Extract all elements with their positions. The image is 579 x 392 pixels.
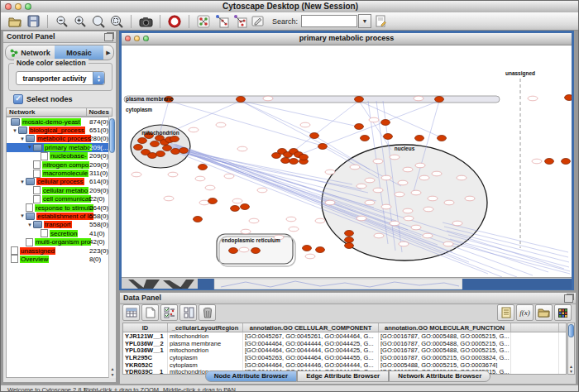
open-folder-icon[interactable] — [7, 13, 23, 29]
gene-node[interactable] — [325, 200, 335, 205]
gene-node[interactable] — [415, 163, 425, 168]
tab-edge-attribute-browser[interactable]: Edge Attribute Browser — [297, 370, 389, 382]
gene-node[interactable] — [403, 167, 413, 172]
gene-node[interactable] — [232, 198, 242, 203]
selected-gene-node[interactable] — [179, 148, 189, 154]
tree-scrollbar-thumb[interactable] — [109, 118, 115, 153]
tree-row-cell-communicat[interactable]: cell communicat22(0) — [7, 195, 112, 203]
gene-node[interactable] — [249, 218, 259, 223]
gene-node[interactable] — [373, 188, 383, 193]
zoom-region-icon[interactable] — [108, 13, 125, 29]
selected-gene-node[interactable] — [299, 155, 309, 160]
gene-node[interactable] — [399, 241, 409, 246]
tree-row-cellular-process[interactable]: ▼cellular process614(0) — [7, 178, 112, 186]
network-layout-2-icon[interactable] — [232, 13, 248, 29]
float-panel-icon[interactable] — [104, 33, 113, 41]
camera-icon[interactable] — [137, 13, 154, 29]
network-layout-1-icon[interactable] — [213, 13, 230, 29]
gene-node[interactable] — [239, 247, 249, 252]
selected-gene-node[interactable] — [241, 204, 250, 210]
expander-icon[interactable]: ▼ — [7, 128, 17, 133]
tree-row-establishment-of-lo[interactable]: ▼establishment of lo558(0) — [7, 212, 112, 220]
gene-node[interactable] — [457, 175, 467, 180]
edge[interactable] — [241, 101, 358, 127]
gene-node[interactable] — [390, 221, 400, 226]
table-row[interactable]: YJR121W__1mitochondrion[GO:0045267, GO:0… — [123, 332, 566, 340]
selected-gene-node[interactable] — [435, 97, 444, 103]
gene-node[interactable] — [419, 175, 429, 180]
network-small-icon[interactable] — [195, 13, 212, 29]
selected-gene-node[interactable] — [170, 136, 179, 142]
select-nodes-checkbox[interactable]: ✓ — [13, 94, 23, 104]
select-attributes-icon[interactable] — [122, 304, 140, 321]
selected-gene-node[interactable] — [355, 97, 364, 103]
zoom-fit-icon[interactable] — [90, 13, 107, 29]
gene-node[interactable] — [365, 200, 375, 205]
gene-node[interactable] — [411, 190, 421, 195]
network-window-titlebar[interactable]: primary metabolic process — [122, 33, 572, 45]
tree-row-cellular-metabo[interactable]: cellular metabo209(0) — [7, 186, 112, 194]
table-row[interactable]: YPL036W__2plasma membrane[GO:0044464, GO… — [123, 340, 566, 347]
selected-gene-node[interactable] — [318, 144, 328, 150]
gene-node[interactable] — [381, 175, 391, 180]
gene-node[interactable] — [428, 196, 438, 201]
selected-gene-node[interactable] — [316, 247, 325, 253]
network-canvas[interactable]: plasma membrane cytoplasm mitochondrion … — [122, 45, 572, 277]
tree-header-nodes[interactable]: Nodes — [87, 108, 112, 116]
zoom-out-icon[interactable] — [54, 13, 70, 29]
selected-gene-node[interactable] — [562, 159, 571, 165]
matrix-icon[interactable] — [554, 304, 572, 321]
tree-row-secretion[interactable]: secretion41(0) — [7, 229, 112, 237]
gene-node[interactable] — [390, 155, 400, 160]
selected-gene-node[interactable] — [415, 136, 424, 141]
tree-row-multi-organism-pro[interactable]: multi-organism pro42(0) — [7, 237, 112, 246]
gene-node[interactable] — [132, 172, 141, 177]
gene-node[interactable] — [286, 217, 296, 222]
gene-node[interactable] — [374, 233, 384, 238]
import-icon[interactable] — [535, 304, 553, 321]
selected-gene-node[interactable] — [345, 237, 354, 243]
expander-icon[interactable]: ▼ — [7, 213, 25, 218]
search-dropdown-icon[interactable]: ▼ — [358, 14, 371, 28]
tab-network[interactable]: Network — [6, 45, 55, 60]
selected-gene-node[interactable] — [229, 248, 238, 254]
delete-attributes-icon[interactable] — [160, 304, 178, 321]
tree-row-nucleobase-[interactable]: nucleobase-209(0) — [7, 152, 112, 160]
gene-node[interactable] — [305, 254, 315, 259]
gene-node[interactable] — [528, 96, 538, 101]
gene-node[interactable] — [300, 122, 310, 127]
gene-node[interactable] — [164, 196, 174, 201]
gene-node[interactable] — [395, 192, 404, 197]
selected-gene-node[interactable] — [381, 120, 390, 126]
attribute-table[interactable]: ID_cellularLayoutRegionannotation.GO CEL… — [122, 323, 567, 375]
gene-node[interactable] — [423, 233, 433, 238]
node-color-dropdown[interactable]: transporter activity ▲▼ — [16, 71, 105, 85]
gene-node[interactable] — [257, 188, 267, 193]
create-attribute-icon[interactable] — [141, 304, 159, 321]
tree-header-network[interactable]: Network — [7, 108, 87, 116]
gene-node[interactable] — [216, 122, 226, 127]
selected-gene-node[interactable] — [134, 145, 143, 151]
tab-network-attribute-browser[interactable]: Network Attribute Browser — [389, 370, 490, 382]
expander-icon[interactable]: ▼ — [7, 222, 32, 227]
expander-icon[interactable]: ▼ — [7, 136, 25, 141]
selected-gene-node[interactable] — [151, 141, 160, 147]
report-icon[interactable] — [497, 304, 514, 321]
tab-mosaic[interactable]: Mosaic — [55, 45, 103, 60]
gene-node[interactable] — [356, 216, 366, 221]
gene-node[interactable] — [237, 146, 247, 151]
tree-row-nitrogen-compo[interactable]: nitrogen compo209(0) — [7, 160, 112, 169]
selected-gene-node[interactable] — [148, 153, 157, 159]
gene-node[interactable] — [195, 176, 205, 181]
gene-node[interactable] — [381, 204, 391, 209]
gene-node[interactable] — [263, 96, 273, 101]
gene-node[interactable] — [411, 225, 421, 230]
gene-node[interactable] — [398, 180, 408, 185]
tree-row-primary-metabo[interactable]: ▼primary metabo209(... — [7, 143, 112, 151]
selected-gene-node[interactable] — [281, 158, 290, 164]
selected-gene-node[interactable] — [545, 159, 554, 165]
edit-box-icon[interactable] — [250, 13, 266, 29]
selected-gene-node[interactable] — [361, 136, 370, 141]
edge[interactable] — [169, 101, 322, 146]
tree-scrollbar-arrows[interactable]: ▲▼ — [109, 366, 116, 378]
